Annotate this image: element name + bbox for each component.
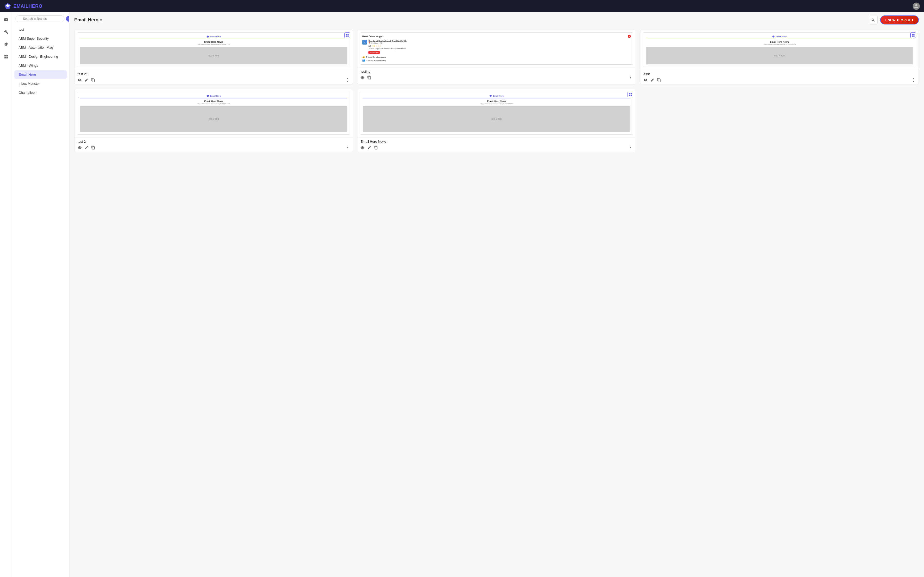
email-preview-header: Email Hero (80, 35, 347, 38)
brand-item-abm-wings[interactable]: ABM - Wings (15, 61, 67, 70)
brand-title-dropdown[interactable]: Email Hero ▾ (74, 17, 102, 23)
copy-icon[interactable] (374, 145, 378, 150)
company-location: 📍 Eschborn, DE (368, 42, 631, 44)
email-image-placeholder: 600 x 400 (646, 47, 913, 64)
preview-icon[interactable] (78, 78, 82, 82)
template-card-test-21: Email Hero Email Hero News The publisher… (74, 30, 353, 85)
jetzt-lesen-button[interactable]: Jetzt lesen (368, 51, 380, 54)
email-subtitle: The publisher's email templating SUPERHE… (363, 103, 630, 105)
copy-icon[interactable] (367, 76, 371, 80)
nav-layers[interactable] (2, 40, 10, 48)
card-action-icons (78, 145, 95, 150)
email-divider (80, 39, 347, 39)
card-action-icons (360, 76, 371, 80)
grid-badge-icon[interactable] (627, 92, 633, 97)
rating-row: 1,6 ★★☆☆☆ (368, 45, 631, 47)
logo-icon (4, 3, 11, 10)
email-title: Email Hero News (646, 41, 913, 43)
stat-row-1: 💰 3 Neue Gehaltsangaben (362, 56, 631, 58)
card-actions: ⋮ (360, 145, 632, 150)
nav-grid[interactable] (2, 53, 10, 61)
content-area: Email Hero ▾ + NEW TEMPLATE (69, 12, 924, 577)
email-brand-name: Email Hero (493, 95, 504, 97)
template-preview: Neue Bewertungen ● R Randstad Deutschlan… (357, 30, 635, 67)
svg-marker-3 (772, 35, 775, 38)
copy-icon[interactable] (91, 145, 95, 150)
brand-list: testABM Super SecurityABM - Automation M… (12, 25, 69, 97)
template-preview: Email Hero Email Hero News The publisher… (357, 89, 635, 137)
email-subtitle: The publisher's email templating SUPERHE… (80, 44, 347, 45)
template-preview-inner: Neue Bewertungen ● R Randstad Deutschlan… (360, 32, 633, 64)
email-image-placeholder: 600 x 400 (80, 106, 347, 132)
more-options-icon[interactable]: ⋮ (346, 145, 350, 150)
email-divider (646, 39, 913, 39)
stat-label-1: 3 Neue Gehaltsangaben (366, 56, 386, 58)
email-divider (363, 98, 630, 98)
template-preview: Email Hero Email Hero News The publisher… (640, 30, 919, 70)
email-image-placeholder: 600 x 400 (80, 47, 347, 64)
new-template-button[interactable]: + NEW TEMPLATE (880, 15, 919, 24)
svg-marker-2 (207, 35, 209, 38)
brand-item-abm-design[interactable]: ABM - Design Engineering (15, 52, 67, 61)
brand-item-chamaileon[interactable]: Chamaileon (15, 89, 67, 97)
brand-item-inbox-monster[interactable]: Inbox Monster (15, 79, 67, 88)
company-info: Randstad Deutschland GmbH & Co KG 📍 Esch… (368, 40, 631, 54)
icon-sidebar (0, 12, 12, 577)
preview-icon[interactable] (360, 76, 365, 80)
email-preview: Email Hero Email Hero News The publisher… (643, 33, 916, 67)
edit-icon[interactable] (650, 78, 654, 82)
more-options-icon[interactable]: ⋮ (346, 77, 350, 82)
more-options-icon[interactable]: ⋮ (628, 75, 633, 80)
search-templates-button[interactable] (869, 16, 877, 24)
email-preview: Email Hero Email Hero News The publisher… (360, 92, 633, 134)
card-actions: ⋮ (78, 145, 350, 150)
copy-icon[interactable] (657, 78, 661, 82)
neue-badge: ● (628, 35, 631, 38)
copy-icon[interactable] (91, 78, 95, 82)
email-preview-header: Email Hero (80, 95, 347, 97)
neue-stats: 💰 3 Neue Gehaltsangaben 👥 1 Neue Kulturb… (362, 56, 631, 61)
grid-badge-icon[interactable] (910, 32, 916, 38)
stat-row-2: 👥 1 Neue Kulturbewertung (362, 59, 631, 61)
edit-icon[interactable] (367, 145, 371, 150)
rating-number: 1,6 (368, 45, 371, 47)
rating-stars: ★★☆☆☆ (372, 45, 381, 47)
more-options-icon[interactable]: ⋮ (911, 77, 916, 82)
email-preview: Email Hero Email Hero News The publisher… (78, 92, 350, 134)
add-brand-button[interactable]: + (66, 16, 69, 22)
brand-item-abm-super[interactable]: ABM Super Security (15, 34, 67, 43)
brand-title-text: Email Hero (74, 17, 99, 23)
templates-grid: Email Hero Email Hero News The publisher… (69, 27, 924, 577)
more-options-icon[interactable]: ⋮ (628, 145, 633, 150)
email-image-placeholder: 600 x 400 (363, 106, 630, 132)
email-title: Email Hero News (80, 41, 347, 43)
template-card-asdf: Email Hero Email Hero News The publisher… (640, 30, 919, 85)
email-subtitle: The publisher's email templating SUPERHE… (646, 44, 913, 45)
nav-inbox[interactable] (2, 15, 10, 24)
preview-icon[interactable] (360, 145, 365, 150)
edit-icon[interactable] (84, 78, 89, 82)
preview-icon[interactable] (643, 78, 648, 82)
brand-item-abm-auto[interactable]: ABM - Automation Mag (15, 43, 67, 52)
card-footer: asdf ⋮ (640, 70, 919, 84)
nav-tools[interactable] (2, 28, 10, 36)
template-card-email-hero-news: Email Hero Email Hero News The publisher… (357, 89, 636, 152)
brand-item-email-hero[interactable]: Email Hero (15, 70, 67, 79)
card-action-icons (360, 145, 378, 150)
search-brand-input[interactable] (16, 15, 65, 22)
grid-badge-icon[interactable] (344, 32, 350, 38)
email-brand-logo-icon (772, 35, 775, 38)
card-footer: testing ⋮ (357, 67, 635, 82)
template-preview: Email Hero Email Hero News The publisher… (74, 89, 353, 137)
email-brand-name: Email Hero (210, 95, 221, 97)
template-card-test-2: Email Hero Email Hero News The publisher… (74, 89, 353, 152)
card-actions: ⋮ (643, 77, 916, 82)
user-avatar[interactable] (913, 3, 920, 10)
top-navigation: EMAILHERO (0, 0, 924, 12)
card-footer: Email Hero News ⋮ (357, 137, 635, 152)
email-preview-header: Email Hero (646, 35, 913, 38)
edit-icon[interactable] (84, 145, 89, 150)
search-brand-container: 🔍 + (12, 15, 69, 25)
brand-item-test[interactable]: test (15, 25, 67, 34)
preview-icon[interactable] (78, 145, 82, 150)
